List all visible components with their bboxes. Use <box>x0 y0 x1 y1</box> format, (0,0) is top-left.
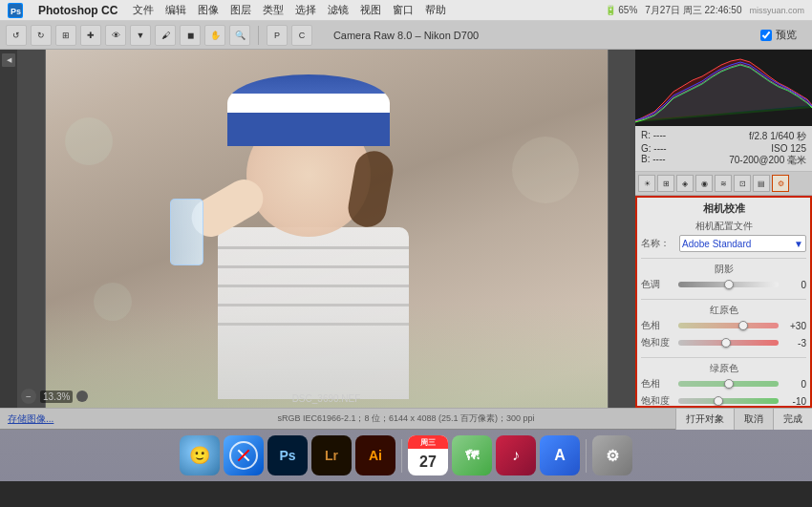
zoom-out-btn[interactable]: − <box>21 389 36 404</box>
menu-view[interactable]: 视图 <box>360 3 381 17</box>
dock-appstore[interactable]: A <box>540 435 580 475</box>
name-label: 名称： <box>641 237 679 250</box>
green-sat-track[interactable] <box>678 398 779 404</box>
menu-help[interactable]: 帮助 <box>425 3 446 17</box>
divider-1 <box>641 258 806 259</box>
red-hue-thumb[interactable] <box>738 321 748 330</box>
green-sat-value: -10 <box>782 396 806 407</box>
tool-rotate-left[interactable]: ↺ <box>6 25 27 46</box>
file-info: sRGB IEC61966-2.1；8 位；6144 x 4088 (25.1 … <box>277 412 534 425</box>
green-hue-row: 色相 0 <box>641 377 806 391</box>
fit-btn[interactable] <box>76 391 88 402</box>
image-area: − 13.3% DSC_3690.NEF <box>17 50 635 408</box>
menu-edit[interactable]: 编辑 <box>165 3 186 17</box>
menu-layer[interactable]: 图层 <box>230 3 251 17</box>
select-arrow-icon: ▼ <box>794 239 803 249</box>
panel-tab-1[interactable]: ☀ <box>638 175 655 192</box>
red-sat-label: 饱和度 <box>641 336 674 349</box>
tool-red-eye[interactable]: 👁 <box>105 25 126 46</box>
panel-tab-5[interactable]: ≋ <box>715 175 732 192</box>
panel-tab-4[interactable]: ◉ <box>695 175 713 192</box>
green-group: 绿原色 色相 0 饱和度 -10 <box>641 362 806 408</box>
preview-label: 预览 <box>776 28 797 42</box>
cancel-btn[interactable]: 取消 <box>734 409 773 430</box>
rgb-g: G: ---- <box>641 143 667 154</box>
panel-tab-3[interactable]: ◈ <box>676 175 694 192</box>
panel-tab-2[interactable]: ⊞ <box>657 175 674 192</box>
done-btn[interactable]: 完成 <box>773 409 812 430</box>
profile-select[interactable]: Adobe Standard ▼ <box>679 235 806 252</box>
shadow-value: 0 <box>782 280 806 290</box>
save-image-btn[interactable]: 存储图像... <box>8 412 53 426</box>
rgb-b: B: ---- <box>641 154 666 167</box>
camera-info-row2: G: ---- ISO 125 <box>641 143 806 154</box>
green-sat-thumb[interactable] <box>714 396 723 406</box>
tool-heal[interactable]: ✚ <box>80 25 101 46</box>
panel-tab-6[interactable]: ⊡ <box>734 175 751 192</box>
histogram-chart <box>635 50 812 126</box>
red-hue-track[interactable] <box>678 323 779 328</box>
green-hue-label: 色相 <box>641 377 674 391</box>
divider-2 <box>641 299 806 300</box>
dock-system-prefs[interactable]: ⚙ <box>592 435 632 475</box>
shadow-slider-track[interactable] <box>678 282 779 287</box>
camera-info-row3: B: ---- 70-200@200 毫米 <box>641 154 806 167</box>
menu-filter[interactable]: 滤镜 <box>328 3 349 17</box>
menu-window[interactable]: 窗口 <box>393 3 414 17</box>
right-panel: R: ---- f/2.8 1/640 秒 G: ---- ISO 125 B:… <box>635 50 812 408</box>
tool-color[interactable]: C <box>291 25 312 46</box>
dock-maps[interactable]: 🗺 <box>452 435 492 475</box>
window-title: Camera Raw 8.0 – Nikon D700 <box>333 30 479 41</box>
menu-type[interactable]: 类型 <box>263 3 284 17</box>
red-sat-thumb[interactable] <box>721 338 731 348</box>
app-icon: Ps <box>8 3 23 18</box>
preview-area: 预览 <box>760 28 797 42</box>
menu-image[interactable]: 图像 <box>198 3 219 17</box>
dock-finder[interactable]: 🙂 <box>180 435 220 475</box>
green-hue-thumb[interactable] <box>724 379 734 389</box>
dock-lightroom[interactable]: Lr <box>311 435 352 475</box>
dock-illustrator[interactable]: Ai <box>355 435 395 475</box>
red-hue-label: 色相 <box>641 319 674 332</box>
shadow-row: 色调 0 <box>641 278 806 291</box>
datetime: 7月27日 周三 22:46:50 <box>645 4 741 17</box>
tool-brush[interactable]: 🖌 <box>155 25 176 46</box>
menu-file[interactable]: 文件 <box>133 3 154 17</box>
dock-safari[interactable] <box>224 435 264 475</box>
red-sat-row: 饱和度 -3 <box>641 336 806 349</box>
tool-zoom[interactable]: 🔍 <box>229 25 250 46</box>
profile-row: 名称： Adobe Standard ▼ <box>641 235 806 252</box>
green-hue-value: 0 <box>782 379 806 390</box>
tool-rotate-right[interactable]: ↻ <box>31 25 52 46</box>
panel-tab-7[interactable]: ▤ <box>753 175 770 192</box>
panel-icon-tabs: ☀ ⊞ ◈ ◉ ≋ ⊡ ▤ ⚙ <box>635 172 812 196</box>
dock-calendar[interactable]: 周三 27 <box>408 435 448 475</box>
tool-adjust[interactable]: ▼ <box>130 25 151 46</box>
tool-preset[interactable]: P <box>267 25 288 46</box>
dock-music[interactable]: ♪ <box>496 435 536 475</box>
menu-bar: Ps Photoshop CC 文件 编辑 图像 图层 类型 选择 滤镜 视图 … <box>0 0 812 21</box>
photo-container <box>45 50 609 408</box>
zoom-level: 13.3% <box>40 391 73 403</box>
tool-gradient[interactable]: ◼ <box>180 25 201 46</box>
menu-select[interactable]: 选择 <box>295 3 316 17</box>
open-object-btn[interactable]: 打开对象 <box>675 409 734 430</box>
red-sat-track[interactable] <box>678 340 779 346</box>
toolbar-wrapper: ↺ ↻ ⊞ ✚ 👁 ▼ 🖌 ◼ ✋ 🔍 P C Camera Raw 8.0 –… <box>0 21 812 50</box>
dock-separator-2 <box>586 439 587 473</box>
preview-checkbox[interactable] <box>760 30 772 41</box>
dock-photoshop[interactable]: Ps <box>267 435 308 475</box>
profile-value: Adobe Standard <box>682 239 751 249</box>
red-hue-value: +30 <box>782 321 806 331</box>
tool-hand[interactable]: ✋ <box>204 25 225 46</box>
panel-tab-calibrate[interactable]: ⚙ <box>772 175 789 192</box>
aperture-shutter: f/2.8 1/640 秒 <box>749 130 806 143</box>
green-hue-track[interactable] <box>678 381 779 387</box>
left-panel-btn-1[interactable]: ◀ <box>2 53 15 67</box>
tool-crop[interactable]: ⊞ <box>55 25 76 46</box>
shadow-slider-thumb[interactable] <box>724 280 734 289</box>
red-sat-value: -3 <box>782 338 806 349</box>
system-info: 🔋 65% 7月27日 周三 22:46:50 missyuan.com <box>605 4 805 17</box>
dock-separator <box>401 439 402 473</box>
green-section-label: 绿原色 <box>641 362 806 375</box>
